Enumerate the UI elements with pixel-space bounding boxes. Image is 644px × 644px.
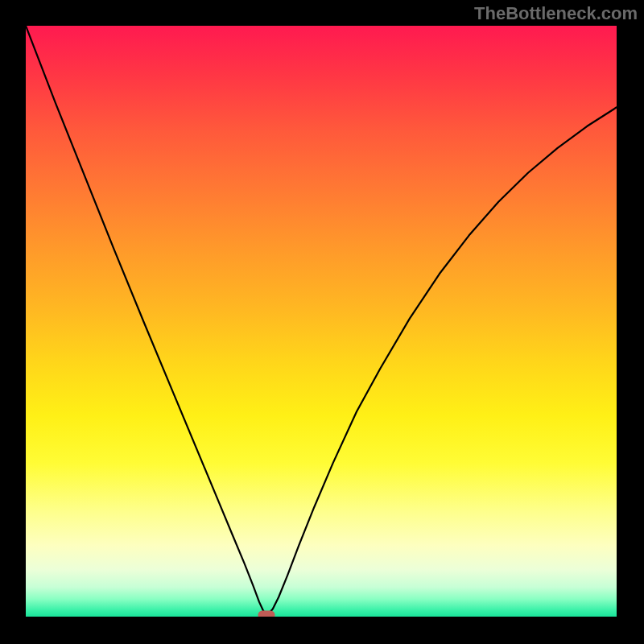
- watermark-text: TheBottleneck.com: [474, 3, 638, 24]
- bottleneck-curve: [26, 26, 617, 617]
- chart-frame: TheBottleneck.com: [0, 0, 644, 644]
- plot-area: [26, 26, 617, 617]
- optimal-point-marker: [258, 610, 275, 617]
